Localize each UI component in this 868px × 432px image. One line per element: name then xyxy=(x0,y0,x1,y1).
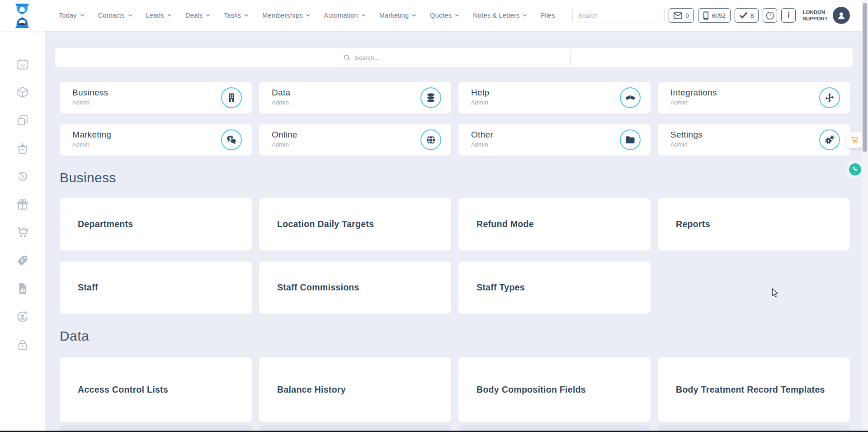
menu-quotes[interactable]: Quotes xyxy=(430,12,459,19)
card-access-control-lists[interactable]: Access Control Lists xyxy=(60,357,252,422)
content-search-input[interactable] xyxy=(355,54,565,61)
price-tag-icon[interactable]: $ xyxy=(16,254,29,267)
messages-count: 0 xyxy=(685,12,689,19)
floating-cart-button[interactable] xyxy=(846,132,863,148)
menu-label: Contacts xyxy=(98,12,125,19)
history-icon[interactable] xyxy=(16,170,29,183)
chevron-down-icon xyxy=(167,13,172,18)
phone-circle xyxy=(849,163,861,176)
menu-label: Memberships xyxy=(262,12,302,19)
chevron-down-icon xyxy=(128,13,132,18)
info-button[interactable]: i xyxy=(781,8,796,23)
admin-card-grid: Business Admin Data Admin Help Admin Int… xyxy=(60,82,850,156)
gears-icon xyxy=(819,129,840,150)
user-sync-icon[interactable] xyxy=(16,310,29,323)
card-departments[interactable]: Departments xyxy=(60,198,252,251)
phone-icon xyxy=(852,166,858,172)
navbar-right: 0 6052 8 ? i LONDON SUPPORT xyxy=(572,0,850,31)
report-icon[interactable] xyxy=(16,282,29,295)
tasks-badge[interactable]: 8 xyxy=(735,8,759,23)
business-card-grid: Departments Location Daily Targets Refun… xyxy=(60,198,850,314)
handshake-icon xyxy=(620,87,641,108)
global-search-input[interactable] xyxy=(573,8,664,23)
chevron-down-icon xyxy=(523,13,527,18)
card-balance-history[interactable]: Balance History xyxy=(259,357,451,422)
admin-card-marketing[interactable]: Marketing Admin $ xyxy=(60,124,252,156)
globe-icon xyxy=(420,129,441,150)
admin-card-online[interactable]: Online Admin xyxy=(259,124,451,156)
admin-card-data[interactable]: Data Admin xyxy=(259,82,451,114)
copy-icon[interactable] xyxy=(16,114,29,127)
user-avatar[interactable] xyxy=(833,7,850,24)
floating-phone-button[interactable] xyxy=(847,161,863,177)
check-icon xyxy=(740,12,747,19)
card-label: Staff Commissions xyxy=(277,282,359,293)
chevron-down-icon xyxy=(306,13,310,18)
mobile-icon xyxy=(703,11,709,20)
menu-tasks[interactable]: Tasks xyxy=(224,12,249,19)
menu-label: Files xyxy=(541,12,555,19)
card-label: Body Treatment Record Templates xyxy=(676,384,825,395)
menu-marketing[interactable]: Marketing xyxy=(379,12,416,19)
search-icon xyxy=(344,54,350,61)
search-icon xyxy=(664,12,665,19)
menu-notes-letters[interactable]: Notes & Letters xyxy=(473,12,527,19)
menu-leads[interactable]: Leads xyxy=(146,12,172,19)
user-icon xyxy=(836,10,846,20)
card-label: Departments xyxy=(78,218,133,230)
svg-text:$: $ xyxy=(21,258,24,263)
admin-card-integrations[interactable]: Integrations Admin xyxy=(658,82,850,114)
left-sidebar: 12 $ xyxy=(0,31,45,432)
app-logo-hourglass[interactable] xyxy=(11,3,33,28)
messages-badge[interactable]: 0 xyxy=(669,8,694,23)
calls-badge[interactable]: 6052 xyxy=(698,8,731,23)
gift-icon[interactable] xyxy=(16,198,29,211)
cube-icon[interactable] xyxy=(16,86,29,99)
menu-today[interactable]: Today xyxy=(59,12,85,19)
admin-card-other[interactable]: Other Admin xyxy=(458,124,651,156)
page-scrollbar[interactable] xyxy=(862,0,868,432)
search-submit-button[interactable] xyxy=(664,8,665,23)
menu-memberships[interactable]: Memberships xyxy=(262,12,310,19)
calendar-icon[interactable]: 12 xyxy=(16,58,29,71)
calls-count: 6052 xyxy=(712,12,726,19)
card-label: Access Control Lists xyxy=(78,384,168,395)
admin-card-help[interactable]: Help Admin xyxy=(458,82,651,114)
help-button[interactable]: ? xyxy=(763,8,777,23)
admin-card-settings[interactable]: Settings Admin xyxy=(658,124,850,156)
card-staff-types[interactable]: Staff Types xyxy=(458,261,651,314)
top-navbar: Today Contacts Leads Deals Tasks Members… xyxy=(0,0,868,31)
card-body-composition-fields[interactable]: Body Composition Fields xyxy=(458,357,651,422)
section-title-data: Data xyxy=(60,328,89,344)
section-title-business: Business xyxy=(60,170,116,185)
menu-label: Automation xyxy=(324,12,358,19)
scrollbar-thumb[interactable] xyxy=(863,3,867,152)
content-search xyxy=(338,50,571,65)
chevron-down-icon xyxy=(361,13,366,18)
card-label: Staff xyxy=(78,282,98,293)
card-staff[interactable]: Staff xyxy=(60,261,252,314)
cart-icon[interactable] xyxy=(16,226,29,239)
folder-icon xyxy=(620,129,641,150)
chevron-down-icon xyxy=(80,13,85,18)
menu-deals[interactable]: Deals xyxy=(185,12,210,19)
card-reports[interactable]: Reports xyxy=(658,198,850,251)
admin-card-business[interactable]: Business Admin xyxy=(60,82,252,114)
database-icon xyxy=(420,87,441,108)
menu-label: Marketing xyxy=(379,12,409,19)
bag-receive-icon[interactable] xyxy=(16,142,29,155)
menu-contacts[interactable]: Contacts xyxy=(98,12,132,19)
lock-icon[interactable] xyxy=(16,338,29,351)
menu-label: Leads xyxy=(146,12,165,19)
menu-automation[interactable]: Automation xyxy=(324,12,365,19)
card-body-treatment-record-templates[interactable]: Body Treatment Record Templates xyxy=(658,357,850,422)
chevron-down-icon xyxy=(455,13,459,18)
menu-files[interactable]: Files xyxy=(541,12,555,19)
card-location-daily-targets[interactable]: Location Daily Targets xyxy=(259,198,451,251)
menu-label: Tasks xyxy=(224,12,241,19)
card-staff-commissions[interactable]: Staff Commissions xyxy=(259,261,451,314)
tasks-count: 8 xyxy=(750,12,754,19)
building-icon xyxy=(221,87,242,108)
card-refund-mode[interactable]: Refund Mode xyxy=(458,198,651,251)
svg-text:?: ? xyxy=(769,13,772,18)
